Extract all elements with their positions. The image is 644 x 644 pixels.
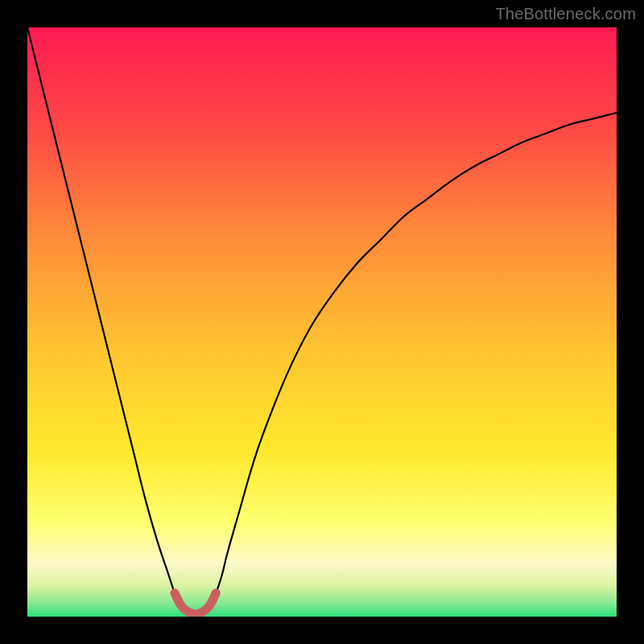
gradient-background <box>27 27 617 617</box>
chart-frame: TheBottleneck.com <box>0 0 644 644</box>
bottleneck-chart <box>27 27 617 617</box>
attribution-text: TheBottleneck.com <box>495 5 636 23</box>
